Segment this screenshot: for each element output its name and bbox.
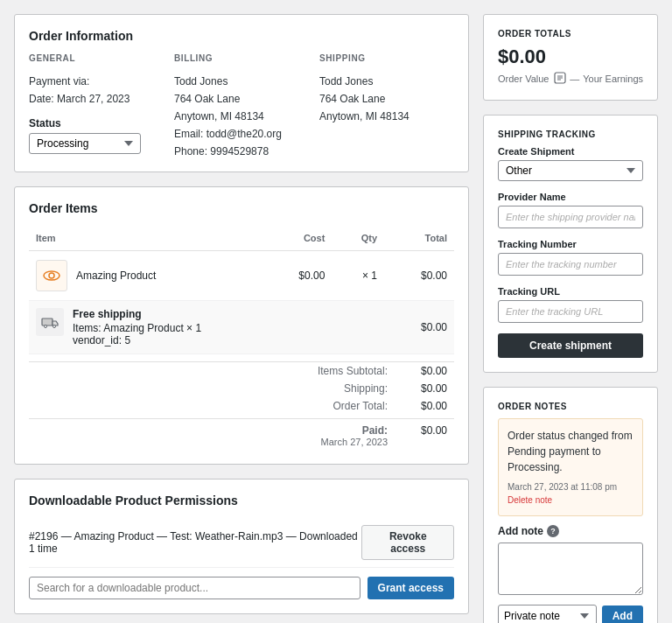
- shipping-label: Shipping: [319, 53, 454, 63]
- shipping-name: Todd Jones: [319, 75, 454, 88]
- shipping-name-cell: Free shipping Items: Amazing Product × 1…: [29, 301, 384, 354]
- product-cost: $0.00: [262, 251, 332, 301]
- items-label: Items:: [73, 322, 102, 334]
- billing-phone: Phone: 9994529878: [174, 145, 309, 158]
- order-total-row: Order Total: $0.00: [29, 397, 454, 415]
- note-meta: March 27, 2023 at 11:08 pm Delete note: [508, 480, 634, 507]
- order-total-value: $0.00: [395, 400, 447, 412]
- tracking-url-label: Tracking URL: [498, 286, 643, 297]
- order-notes-label: Order Notes: [498, 402, 643, 411]
- shipping-tracking-label: Shipping Tracking: [498, 130, 643, 139]
- billing-city-state: Anytown, MI 48134: [174, 110, 309, 122]
- note-date: March 27, 2023 at 11:08 pm: [508, 482, 617, 492]
- product-name: Amazing Product: [76, 270, 156, 282]
- tracking-number-label: Tracking Number: [498, 239, 643, 249]
- order-totals-card: Order Totals $0.00 Order Value — Your Ea…: [483, 14, 658, 101]
- grant-access-button[interactable]: Grant access: [368, 577, 454, 599]
- download-item: #2196 — Amazing Product — Test: Weather-…: [29, 518, 454, 568]
- col-item: Item: [29, 226, 262, 251]
- note-type-select[interactable]: Private note Customer note: [498, 605, 597, 623]
- paid-date: March 27, 2023: [283, 437, 388, 447]
- shipping-total: $0.00: [384, 301, 454, 354]
- order-items-title: Order Items: [29, 201, 454, 215]
- product-total: $0.00: [384, 251, 454, 301]
- shipping-items: Items: Amazing Product × 1: [73, 322, 201, 334]
- billing-label: Billing: [174, 53, 309, 63]
- subtotal-row: Items Subtotal: $0.00: [29, 362, 454, 380]
- table-row: Amazing Product $0.00 × 1 $0.00: [29, 251, 454, 301]
- billing-section: Billing Todd Jones 764 Oak Lane Anytown,…: [174, 53, 309, 158]
- shipping-total-row: Shipping: $0.00: [29, 380, 454, 397]
- order-information-title: Order Information: [29, 29, 454, 43]
- provider-name-label: Provider Name: [498, 192, 643, 202]
- download-item-text: #2196 — Amazing Product — Test: Weather-…: [29, 530, 361, 555]
- billing-email: Email: todd@the20.org: [174, 128, 309, 140]
- svg-rect-2: [42, 318, 52, 326]
- order-items-table: Item Cost Qty Total: [29, 226, 454, 354]
- provider-name-input[interactable]: [498, 206, 643, 228]
- revoke-access-button[interactable]: Revoke access: [361, 525, 454, 560]
- product-name-cell: Amazing Product: [29, 251, 262, 301]
- shipping-address1: 764 Oak Lane: [319, 93, 454, 105]
- note-textarea[interactable]: [498, 542, 643, 595]
- create-shipment-label: Create Shipment: [498, 146, 643, 157]
- add-note-button[interactable]: Add: [602, 606, 643, 623]
- status-label: Status: [29, 117, 164, 130]
- downloadable-title: Downloadable Product Permissions: [29, 494, 454, 508]
- general-label: General: [29, 53, 164, 63]
- shipment-type-select[interactable]: Other UPS FedEx USPS DHL: [498, 160, 643, 181]
- items-value: Amazing Product × 1: [103, 322, 201, 334]
- tracking-url-field: Tracking URL: [498, 286, 643, 323]
- order-value-label: Order Value: [498, 74, 550, 84]
- col-cost: Cost: [262, 226, 332, 251]
- provider-name-field: Provider Name: [498, 192, 643, 228]
- paid-label: Paid:: [283, 424, 388, 437]
- general-section: General Payment via: Date: March 27, 202…: [29, 53, 164, 158]
- order-value-display: $0.00: [498, 46, 643, 68]
- subtotal-value: $0.00: [395, 365, 447, 377]
- payment-via-row: Payment via:: [29, 75, 164, 88]
- create-shipment-button[interactable]: Create shipment: [498, 333, 643, 358]
- vendor-label: vendor_id:: [73, 334, 122, 346]
- shipping-city-state: Anytown, MI 48134: [319, 110, 454, 122]
- shipping-icon: [36, 308, 64, 336]
- date-row: Date: March 27, 2023: [29, 93, 164, 105]
- search-downloadable-input[interactable]: [29, 577, 360, 599]
- download-search-row: Grant access: [29, 577, 454, 599]
- tracking-url-input[interactable]: [498, 300, 643, 323]
- vendor-value: 5: [124, 334, 130, 346]
- earnings-area: — Your Earnings: [554, 72, 643, 86]
- status-field: Status Processing Pending payment On hol…: [29, 117, 164, 154]
- table-row: Free shipping Items: Amazing Product × 1…: [29, 301, 454, 354]
- earnings-icon: [554, 72, 566, 86]
- earnings-label: Your Earnings: [583, 74, 643, 84]
- order-information-card: Order Information General Payment via: D…: [14, 14, 469, 172]
- help-icon: ?: [547, 525, 559, 537]
- order-notes-card: Order Notes Order status changed from Pe…: [483, 387, 658, 623]
- note-text: Order status changed from Pending paymen…: [508, 428, 634, 475]
- paid-value: $0.00: [395, 424, 447, 447]
- tracking-number-input[interactable]: [498, 253, 643, 276]
- status-select[interactable]: Processing Pending payment On hold Compl…: [29, 133, 141, 154]
- date-value: March 27, 2023: [57, 93, 130, 105]
- shipping-method-name: Free shipping: [73, 308, 201, 320]
- shipping-total-value: $0.00: [395, 382, 447, 395]
- svg-point-3: [45, 326, 47, 328]
- shipping-tracking-card: Shipping Tracking Create Shipment Other …: [483, 115, 658, 373]
- earnings-dash: —: [570, 74, 579, 84]
- delete-note-link[interactable]: Delete note: [508, 495, 552, 505]
- add-note-label: Add note ?: [498, 525, 643, 537]
- billing-address1: 764 Oak Lane: [174, 93, 309, 105]
- add-note-text: Add note: [498, 525, 543, 537]
- note-item: Order status changed from Pending paymen…: [498, 418, 643, 516]
- order-totals-section: Items Subtotal: $0.00 Shipping: $0.00 Or…: [29, 361, 454, 450]
- product-icon: [36, 260, 67, 291]
- order-totals-section-label: Order Totals: [498, 29, 643, 38]
- col-total: Total: [384, 226, 454, 251]
- downloadable-permissions-card: Downloadable Product Permissions #2196 —…: [14, 479, 469, 614]
- paid-row: Paid: March 27, 2023 $0.00: [29, 418, 454, 450]
- note-actions: Private note Customer note Add: [498, 605, 643, 623]
- order-total-label: Order Total:: [283, 400, 388, 412]
- col-qty: Qty: [332, 226, 384, 251]
- tracking-number-field: Tracking Number: [498, 239, 643, 276]
